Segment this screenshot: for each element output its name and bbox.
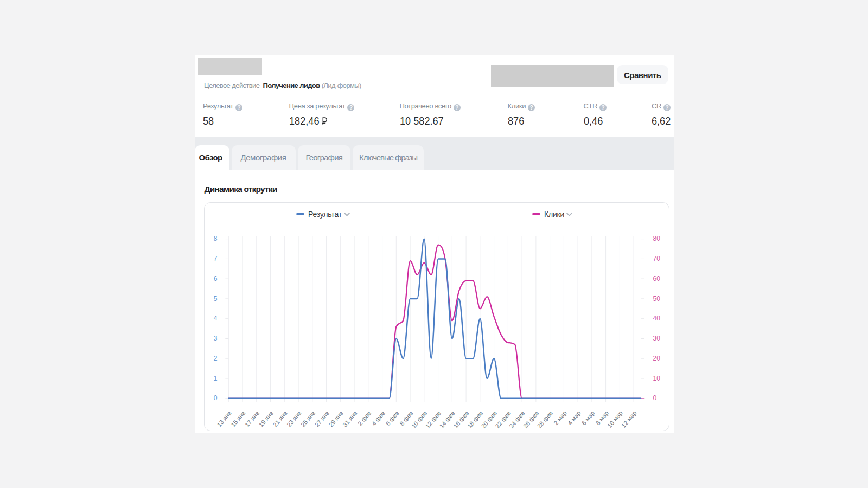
svg-text:23 янв: 23 янв (285, 410, 302, 428)
svg-text:10: 10 (653, 375, 661, 382)
svg-text:27 янв: 27 янв (314, 410, 330, 428)
svg-text:31 янв: 31 янв (341, 410, 358, 428)
svg-text:70: 70 (653, 255, 661, 262)
svg-text:2: 2 (214, 355, 218, 362)
svg-text:13 янв: 13 янв (216, 410, 233, 428)
svg-text:28 фев: 28 фев (536, 410, 554, 430)
svg-text:4 мар: 4 мар (566, 410, 582, 427)
svg-text:17 янв: 17 янв (244, 410, 260, 428)
svg-text:4: 4 (214, 314, 218, 322)
svg-text:12 мар: 12 мар (620, 410, 638, 429)
svg-text:20: 20 (653, 355, 661, 362)
svg-text:15 янв: 15 янв (229, 410, 246, 428)
svg-text:21 янв: 21 янв (272, 410, 289, 428)
svg-text:50: 50 (653, 295, 661, 303)
svg-text:2 фев: 2 фев (356, 410, 372, 427)
svg-text:3: 3 (214, 335, 218, 342)
svg-text:25 янв: 25 янв (299, 410, 316, 428)
svg-text:1: 1 (214, 375, 218, 382)
svg-text:2 мар: 2 мар (552, 410, 567, 427)
svg-text:8: 8 (214, 235, 218, 242)
svg-text:6 мар: 6 мар (580, 410, 596, 427)
svg-text:80: 80 (653, 235, 661, 242)
svg-text:19 янв: 19 янв (258, 410, 275, 428)
svg-text:5: 5 (214, 295, 218, 303)
svg-text:29 янв: 29 янв (328, 410, 344, 428)
svg-text:40: 40 (653, 314, 661, 322)
svg-text:0: 0 (653, 394, 657, 402)
svg-text:6 фев: 6 фев (385, 410, 400, 427)
svg-text:4 фев: 4 фев (371, 410, 386, 427)
svg-text:0: 0 (214, 394, 218, 402)
svg-text:60: 60 (653, 275, 661, 282)
svg-text:7: 7 (214, 255, 218, 262)
svg-text:6: 6 (214, 275, 218, 282)
svg-text:30: 30 (653, 335, 661, 342)
